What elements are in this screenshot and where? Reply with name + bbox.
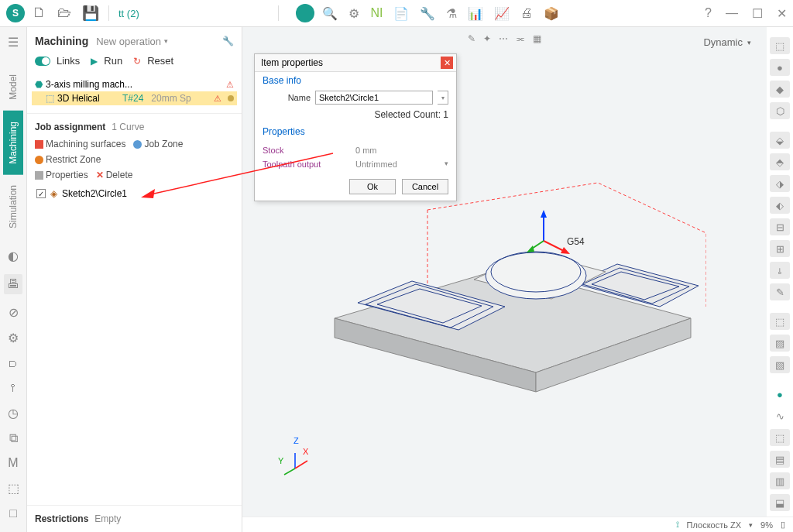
title-bar: S 🗋 🗁 💾 tt (2) 🔍 ⚙ NI 📄 🔧 ⚗ 📊 📈 🖨 📦 ? — … [0, 0, 793, 27]
gear-tool-icon[interactable]: ⚙ [8, 331, 19, 345]
new-operation-dropdown[interactable]: New operation▾ [96, 36, 168, 47]
rtool-7[interactable]: ⬗ [770, 175, 790, 192]
tree-root[interactable]: ⬣ 3-axis milling mach... ⚠ [32, 77, 237, 91]
toolbar-icon-3[interactable]: NI [370, 6, 383, 20]
rtool-2[interactable]: ● [770, 59, 790, 76]
toolbar-icon-4[interactable]: 📄 [393, 6, 409, 21]
toolbar-icon-8[interactable]: 📈 [494, 6, 510, 21]
rtool-18[interactable]: ▥ [770, 472, 790, 489]
toolbar-icon-2[interactable]: ⚙ [348, 6, 359, 21]
cancel-button[interactable]: Cancel [402, 179, 448, 194]
sphere-tool-icon[interactable]: ◐ [8, 249, 19, 263]
toolbar-icon-9[interactable]: 🖨 [520, 6, 533, 20]
tab-simulation[interactable]: Simulation [3, 174, 23, 239]
operation-tree: ⬣ 3-axis milling mach... ⚠ ⬚ 3D Helical … [27, 74, 242, 108]
open-file-icon[interactable]: 🗁 [57, 5, 71, 22]
vp-tool-5[interactable]: ▦ [533, 33, 541, 44]
plane-label: Плоскость ZX [687, 520, 742, 530]
job-subtitle: 1 Curve [112, 122, 144, 132]
job-zone-button[interactable]: Job Zone [133, 139, 183, 149]
reset-icon[interactable]: ↻ [133, 56, 141, 67]
curve-checkbox[interactable]: ✓ [36, 189, 46, 198]
rtool-11[interactable]: ⫰ [770, 262, 790, 279]
axis-indicator: ZXY [289, 453, 320, 486]
close-window-icon[interactable]: ✕ [777, 6, 787, 21]
toolbar-icon-7[interactable]: 📊 [468, 6, 483, 21]
clamp-tool-icon[interactable]: ⫐ [7, 356, 19, 370]
toolbar-icon-1[interactable]: 🔍 [322, 6, 338, 21]
link-tool-icon[interactable]: ⧉ [9, 431, 18, 445]
run-icon[interactable]: ▶ [91, 56, 98, 67]
minimize-icon[interactable]: — [726, 6, 738, 21]
compass-tool-icon[interactable]: ⊘ [9, 305, 19, 320]
rtool-8[interactable]: ⬖ [770, 197, 790, 214]
panel-title: Machining [35, 35, 88, 47]
rtool-10[interactable]: ⊞ [770, 240, 790, 257]
dialog-title: Item properties [261, 57, 323, 68]
battery-icon: ▯ [781, 520, 785, 530]
wrench-icon[interactable]: 🔧 [222, 36, 234, 46]
links-toggle[interactable] [35, 57, 50, 66]
print-tool-icon[interactable]: 🖶 [4, 274, 22, 294]
pin-tool-icon[interactable]: ⫯ [10, 381, 16, 395]
svg-line-15 [295, 461, 307, 469]
toolbar-icon-5[interactable]: 🔧 [420, 6, 435, 21]
rtool-5[interactable]: ⬙ [770, 132, 790, 149]
properties-button[interactable]: Properties [35, 170, 88, 180]
curve-item-sketch2-circle1[interactable]: ✓ ◈ Sketch2\Circle1 [35, 185, 234, 202]
delete-button[interactable]: ✕Delete [96, 170, 133, 180]
rtool-1[interactable]: ⬚ [770, 37, 790, 54]
maximize-icon[interactable]: ☐ [752, 6, 763, 21]
rtool-dot[interactable]: ● [770, 386, 790, 403]
tab-model[interactable]: Model [3, 63, 23, 111]
vp-tool-4[interactable]: ⫘ [516, 33, 525, 44]
vp-tool-3[interactable]: ⋯ [499, 33, 508, 44]
m-tool-icon[interactable]: M [8, 456, 18, 470]
machining-surfaces-button[interactable]: Machining surfaces [35, 139, 125, 149]
vertical-tabstrip: ☰ Model Machining Simulation ◐ 🖶 ⊘ ⚙ ⫐ ⫯… [0, 27, 27, 532]
dialog-close-button[interactable]: ✕ [441, 57, 453, 69]
rtool-6[interactable]: ⬘ [770, 153, 790, 170]
name-label: Name [263, 93, 311, 102]
plane-dropdown-icon[interactable]: ▾ [749, 521, 753, 529]
rtool-9[interactable]: ⊟ [770, 218, 790, 235]
rtool-14[interactable]: ▨ [770, 335, 790, 352]
job-assignment-section: Job assignment 1 Curve Machining surface… [27, 113, 242, 210]
app-logo: S [6, 4, 25, 22]
save-file-icon[interactable]: 💾 [82, 5, 99, 22]
name-input[interactable] [315, 91, 433, 105]
help-icon[interactable]: ? [705, 6, 712, 21]
rtool-17[interactable]: ▤ [770, 451, 790, 468]
curve-icon: ◈ [50, 188, 57, 199]
ok-button[interactable]: Ok [349, 179, 396, 194]
plane-indicator-icon[interactable]: ⟟ [676, 520, 679, 530]
zoom-label: 9% [760, 520, 773, 530]
svg-marker-13 [527, 245, 534, 252]
prop-row-stock[interactable]: Stock 0 mm [263, 143, 448, 157]
new-file-icon[interactable]: 🗋 [33, 5, 46, 22]
tree-op-3d-helical[interactable]: ⬚ 3D Helical T#24 20mm Sp ⚠ [32, 91, 237, 105]
warning-icon: ⚠ [214, 94, 221, 104]
toolbar-icon-6[interactable]: ⚗ [446, 6, 457, 21]
rtool-19[interactable]: ⬓ [770, 494, 790, 511]
rtool-13[interactable]: ⬚ [770, 313, 790, 330]
toolbar-icon-10[interactable]: 📦 [544, 6, 559, 21]
restrict-zone-button[interactable]: Restrict Zone [35, 154, 101, 165]
name-dropdown[interactable]: ▾ [438, 91, 448, 105]
rtool-12[interactable]: ✎ [770, 283, 790, 300]
square-tool-icon[interactable]: □ [9, 506, 17, 520]
block-tool-icon[interactable]: ⬚ [8, 481, 19, 496]
prop-row-toolpath[interactable]: Toolpath output Untrimmed ▾ [263, 157, 448, 171]
vp-tool-2[interactable]: ✦ [483, 33, 491, 44]
vp-tool-1[interactable]: ✎ [468, 33, 475, 44]
rtool-16[interactable]: ⬚ [770, 429, 790, 446]
rtool-3[interactable]: ◆ [770, 81, 790, 98]
timer-tool-icon[interactable]: ◷ [8, 406, 19, 420]
rtool-wave[interactable]: ∿ [770, 407, 790, 424]
tab-machining[interactable]: Machining [3, 111, 23, 175]
rtool-15[interactable]: ▧ [770, 356, 790, 373]
hamburger-icon[interactable]: ☰ [8, 35, 19, 50]
rtool-4[interactable]: ⬡ [770, 102, 790, 119]
restrictions-section: Restrictions Empty [27, 505, 242, 532]
view-mode-dropdown[interactable]: Dynamic▾ [703, 36, 751, 48]
